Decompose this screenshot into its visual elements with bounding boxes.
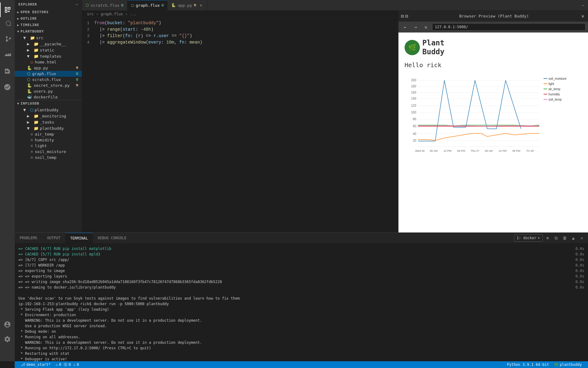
browser-url-bar[interactable]: 127.0.0.1:5000/ [432,23,586,31]
browser-icon-2[interactable]: ⊡ [405,13,408,19]
term-time-2: 0.0s [575,251,584,257]
activity-bar-run[interactable] [0,47,15,61]
dockerfile-file[interactable]: 🐳 dockerFile [15,94,82,100]
workspace: Explorer ⋯ ▶ Open Editors ▶ Outline ▶ Ti… [15,0,588,368]
browser-back[interactable]: ← [401,23,409,31]
panel-max-btn[interactable]: ▲ [570,234,577,242]
x-label-fri28: Fri 28 [526,149,533,152]
influxdb-section: ▼ INFLUXDB ▼ ⬡ plantbuddy ▶ 📁 _monitorin… [15,100,82,160]
status-branch[interactable]: ⎇ demo_start* [18,362,53,367]
activity-bar-settings[interactable] [0,332,15,347]
users-py-file[interactable]: 🐍 users.py [15,88,82,94]
influx-soil-moisture[interactable]: ≡ soil_moisture [15,149,82,155]
scratch-flux-file[interactable]: ⬡ scratch.flux U [15,77,82,82]
panel-close-btn[interactable]: ✕ [578,234,586,242]
open-editors-arrow: ▶ [17,10,19,14]
term-line-7: => => writing image sha256:9cd18ad052b94… [18,279,584,285]
activity-bar-extensions[interactable] [0,64,15,79]
logo-text: Plant Buddy [422,39,444,56]
term-time-6: 0.0s [575,274,584,279]
outline-header[interactable]: ▶ Outline [15,15,82,22]
term-line-15: * Debug mode: on [18,329,584,334]
editor-content[interactable]: 1 from(bucket: "plantbuddy") 2 |> range(… [82,17,398,232]
term-cached-1: => CACHED [4/7] RUN pip install matplotl… [18,247,111,251]
tab-graph-flux[interactable]: ⬡ graph.flux U [127,0,168,11]
breadcrumb-src: src [87,12,94,16]
timeline-label: Timeline [21,23,39,27]
influxdb-header[interactable]: ▼ INFLUXDB [15,100,82,107]
plant-buddy-logo: 🌿 Plant Buddy [405,39,582,56]
src-folder[interactable]: ▼ 📁 src [15,35,82,41]
users-py-label: users.py [34,89,53,94]
term-line-16: * Running on all addresses. [18,334,584,340]
browser-titlebar: ⊟ ⊡ Browser Preview (Plant Buddy) ✕ [398,11,588,21]
secret-store-file[interactable]: 🐍 secret_store.py M [15,82,82,88]
terminal-selector[interactable]: 1: docker ▾ [514,234,543,242]
graph-flux-file[interactable]: ⬡ graph.flux U [15,71,82,77]
tab-overflow[interactable]: ⋯ [578,3,588,8]
legend-label-soil-temp: soil_temp [548,98,562,101]
activity-bar-explorer[interactable] [0,2,15,17]
tab-scratch-flux[interactable]: ⬡ scratch.flux U [82,0,127,11]
tab-close-app[interactable]: × [198,3,203,8]
hello-text: Hello rick [405,61,582,69]
plantbuddy-arrow: ▼ [17,30,19,33]
influx-plantbuddy-sub[interactable]: ▼ 📁 plantbuddy [15,125,82,131]
browser-refresh[interactable]: ↻ [422,23,430,31]
status-python[interactable]: Python 3.9.1 64-bit [504,362,551,367]
x-label-12pm1: 12 PM [443,149,451,152]
chart-container: 200 180 160 140 120 100 80 60 40 20 [405,74,582,167]
status-errors[interactable]: ⚠ 0 ⓪ 0 ⚠ 0 [53,362,81,367]
terminal-content[interactable]: => CACHED [4/7] RUN pip install matplotl… [15,243,588,361]
activity-bar-account[interactable] [0,317,15,332]
line-num-3: 3 [82,33,94,39]
sidebar-menu[interactable]: ⋯ [76,2,78,6]
open-editors-header[interactable]: ▶ Open Editors [15,9,82,15]
tab-output[interactable]: OUTPUT [42,233,65,243]
term-line-17: WARNING: This is a development server. D… [18,340,584,345]
x-label-12pm2: 12 PM [499,149,507,152]
app-py-badge: M [75,66,79,70]
browser-close[interactable]: ✕ [580,12,586,20]
timeline-header[interactable]: ▶ Timeline [15,22,82,28]
y-label-20: 20 [413,139,417,142]
tab-debug-console[interactable]: DEBUG CONSOLE [93,233,131,243]
pycache-folder[interactable]: ▶ 📁 __pycache__ [15,41,82,47]
term-line-1: => CACHED [4/7] RUN pip install matplotl… [18,246,584,251]
tab-problems[interactable]: PROBLEMS [15,233,42,243]
influx-soil-temp[interactable]: ≡ soil_temp [15,155,82,160]
folder-icon-templates: 📁 [34,54,39,59]
legend-label-light: light [548,82,554,86]
line-content-1: from(bucket: "plantbuddy") [94,20,161,26]
static-folder[interactable]: ▶ 📁 static [15,47,82,53]
plantbuddy-header[interactable]: ▼ PLANTBUDDY [15,28,82,35]
tab-app-py[interactable]: 🐍 app.py M × [168,0,207,11]
home-html-file[interactable]: ◻ home.html [15,59,82,65]
activity-bar-remote[interactable] [0,80,15,94]
sidebar: Explorer ⋯ ▶ Open Editors ▶ Outline ▶ Ti… [15,0,82,232]
workspace-top: Explorer ⋯ ▶ Open Editors ▶ Outline ▶ Ti… [15,0,588,232]
panel-tabs: PROBLEMS OUTPUT TERMINAL DEBUG CONSOLE 1… [15,233,588,243]
activity-bar-search[interactable] [0,17,15,32]
warning-icon: ⓪ [64,362,67,367]
browser-forward[interactable]: → [411,23,420,31]
browser-icon-1[interactable]: ⊟ [401,13,404,19]
influx-air-temp[interactable]: ≡ air_temp [15,131,82,137]
monitoring-arrow: ▶ [27,113,32,118]
app-py-file[interactable]: 🐍 app.py M [15,65,82,71]
influx-tasks[interactable]: ▶ 📁 _tasks [15,119,82,125]
code-editor: src › graph.flux › ... 1 [82,11,398,232]
panel-split-btn[interactable]: ⧉ [552,234,560,242]
influx-plantbuddy[interactable]: ▼ ⬡ plantbuddy [15,107,82,113]
influx-light[interactable]: ≡ light [15,143,82,149]
templates-folder[interactable]: ▼ 📁 templates [15,53,82,59]
influx-humidity[interactable]: ≡ humidity [15,137,82,143]
panel-add-btn[interactable]: ⊕ [544,234,551,242]
activity-bar-source-control[interactable] [0,32,15,47]
warning-count: 0 [69,362,71,367]
status-plantbuddy[interactable]: 🌿 plantbuddy [552,362,584,367]
tab-terminal[interactable]: TERMINAL [65,233,93,243]
panel-trash-btn[interactable]: 🗑 [561,234,568,242]
str-plantbuddy: "plantbuddy" [128,21,159,25]
influx-monitoring[interactable]: ▶ 📁 _monitoring [15,113,82,119]
